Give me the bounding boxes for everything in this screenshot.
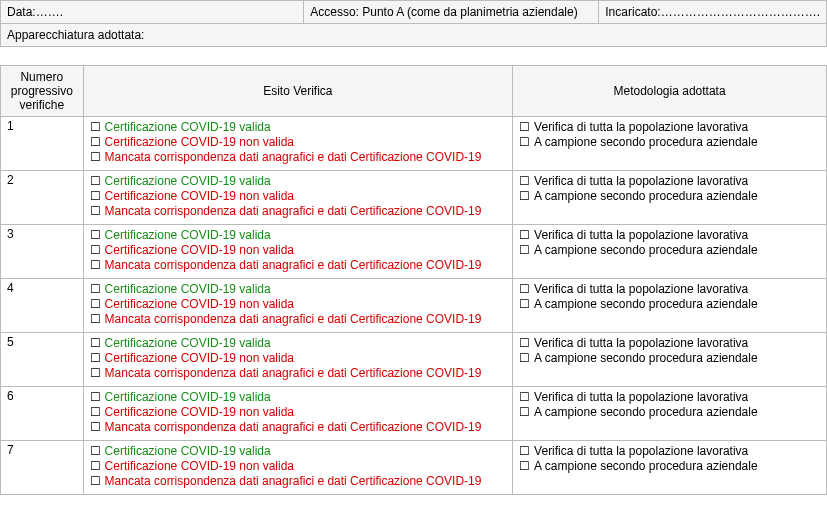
metodologia-option-label: Verifica di tutta la popolazione lavorat… [534,282,748,296]
header-apparecchiatura-cell: Apparecchiatura adottata: [1,24,827,47]
metodologia-option-label: A campione secondo procedura aziendale [534,135,758,149]
col-header-metodologia: Metodologia adottata [513,66,827,117]
esito-option-label: Certificazione COVID-19 non valida [105,189,294,203]
checkbox-icon[interactable]: ☐ [90,351,101,365]
esito-option: ☐Certificazione COVID-19 valida [90,444,507,458]
checkbox-icon[interactable]: ☐ [90,243,101,257]
checkbox-icon[interactable]: ☐ [90,405,101,419]
checkbox-icon[interactable]: ☐ [519,120,530,134]
table-row: 7☐Certificazione COVID-19 valida☐Certifi… [1,441,827,495]
checkbox-icon[interactable]: ☐ [90,366,101,380]
esito-option-label: Certificazione COVID-19 non valida [105,351,294,365]
esito-option-label: Certificazione COVID-19 valida [105,120,271,134]
checkbox-icon[interactable]: ☐ [519,444,530,458]
checkbox-icon[interactable]: ☐ [90,474,101,488]
esito-option: ☐Certificazione COVID-19 non valida [90,135,507,149]
esito-option-label: Certificazione COVID-19 non valida [105,135,294,149]
checkbox-icon[interactable]: ☐ [519,189,530,203]
metodologia-option-label: Verifica di tutta la popolazione lavorat… [534,174,748,188]
metodologia-option-label: A campione secondo procedura aziendale [534,243,758,257]
checkbox-icon[interactable]: ☐ [519,297,530,311]
metodologia-option: ☐Verifica di tutta la popolazione lavora… [519,282,820,296]
table-row: 3☐Certificazione COVID-19 valida☐Certifi… [1,225,827,279]
checkbox-icon[interactable]: ☐ [519,336,530,350]
metodologia-option-label: Verifica di tutta la popolazione lavorat… [534,444,748,458]
table-row: 2☐Certificazione COVID-19 valida☐Certifi… [1,171,827,225]
checkbox-icon[interactable]: ☐ [519,351,530,365]
esito-option-label: Mancata corrispondenza dati anagrafici e… [105,258,482,272]
checkbox-icon[interactable]: ☐ [519,135,530,149]
header-data-cell: Data:……. [1,1,304,24]
checkbox-icon[interactable]: ☐ [90,189,101,203]
metodologia-option: ☐Verifica di tutta la popolazione lavora… [519,390,820,404]
checkbox-icon[interactable]: ☐ [519,390,530,404]
metodologia-option: ☐A campione secondo procedura aziendale [519,459,820,473]
table-row: 1☐Certificazione COVID-19 valida☐Certifi… [1,117,827,171]
esito-cell: ☐Certificazione COVID-19 valida☐Certific… [83,279,513,333]
esito-option: ☐Certificazione COVID-19 valida [90,228,507,242]
esito-option: ☐Certificazione COVID-19 valida [90,336,507,350]
checkbox-icon[interactable]: ☐ [519,282,530,296]
spacer [0,47,827,65]
esito-cell: ☐Certificazione COVID-19 valida☐Certific… [83,441,513,495]
col-header-numero: Numero progressivo verifiche [1,66,84,117]
metodologia-option: ☐A campione secondo procedura aziendale [519,297,820,311]
esito-option: ☐Mancata corrispondenza dati anagrafici … [90,258,507,272]
col-header-esito: Esito Verifica [83,66,513,117]
metodologia-option-label: A campione secondo procedura aziendale [534,459,758,473]
checkbox-icon[interactable]: ☐ [90,444,101,458]
esito-option-label: Certificazione COVID-19 valida [105,390,271,404]
checkbox-icon[interactable]: ☐ [90,204,101,218]
esito-cell: ☐Certificazione COVID-19 valida☐Certific… [83,117,513,171]
metodologia-option-label: Verifica di tutta la popolazione lavorat… [534,390,748,404]
checkbox-icon[interactable]: ☐ [90,174,101,188]
row-number-cell: 3 [1,225,84,279]
metodologia-option: ☐A campione secondo procedura aziendale [519,135,820,149]
metodologia-cell: ☐Verifica di tutta la popolazione lavora… [513,441,827,495]
metodologia-option-label: A campione secondo procedura aziendale [534,297,758,311]
esito-option-label: Mancata corrispondenza dati anagrafici e… [105,204,482,218]
esito-option-label: Certificazione COVID-19 non valida [105,297,294,311]
metodologia-cell: ☐Verifica di tutta la popolazione lavora… [513,333,827,387]
esito-option-label: Certificazione COVID-19 valida [105,174,271,188]
checkbox-icon[interactable]: ☐ [90,150,101,164]
checkbox-icon[interactable]: ☐ [90,135,101,149]
esito-cell: ☐Certificazione COVID-19 valida☐Certific… [83,387,513,441]
checkbox-icon[interactable]: ☐ [519,228,530,242]
row-number-cell: 7 [1,441,84,495]
esito-cell: ☐Certificazione COVID-19 valida☐Certific… [83,333,513,387]
checkbox-icon[interactable]: ☐ [519,174,530,188]
checkbox-icon[interactable]: ☐ [90,258,101,272]
checkbox-icon[interactable]: ☐ [90,336,101,350]
esito-option-label: Certificazione COVID-19 non valida [105,459,294,473]
esito-option-label: Mancata corrispondenza dati anagrafici e… [105,366,482,380]
metodologia-cell: ☐Verifica di tutta la popolazione lavora… [513,171,827,225]
esito-option-label: Certificazione COVID-19 non valida [105,405,294,419]
checkbox-icon[interactable]: ☐ [90,282,101,296]
checkbox-icon[interactable]: ☐ [90,120,101,134]
checkbox-icon[interactable]: ☐ [519,405,530,419]
esito-option-label: Mancata corrispondenza dati anagrafici e… [105,420,482,434]
metodologia-option: ☐A campione secondo procedura aziendale [519,351,820,365]
row-number-cell: 6 [1,387,84,441]
checkbox-icon[interactable]: ☐ [90,297,101,311]
checkbox-icon[interactable]: ☐ [90,459,101,473]
checkbox-icon[interactable]: ☐ [519,243,530,257]
checkbox-icon[interactable]: ☐ [90,420,101,434]
esito-option-label: Certificazione COVID-19 valida [105,444,271,458]
esito-option: ☐Certificazione COVID-19 valida [90,390,507,404]
checkbox-icon[interactable]: ☐ [519,459,530,473]
esito-option-label: Mancata corrispondenza dati anagrafici e… [105,474,482,488]
metodologia-cell: ☐Verifica di tutta la popolazione lavora… [513,117,827,171]
checkbox-icon[interactable]: ☐ [90,390,101,404]
metodologia-cell: ☐Verifica di tutta la popolazione lavora… [513,225,827,279]
checkbox-icon[interactable]: ☐ [90,228,101,242]
esito-option-label: Certificazione COVID-19 valida [105,282,271,296]
metodologia-option: ☐Verifica di tutta la popolazione lavora… [519,444,820,458]
metodologia-option-label: Verifica di tutta la popolazione lavorat… [534,120,748,134]
esito-option: ☐Mancata corrispondenza dati anagrafici … [90,366,507,380]
metodologia-option: ☐A campione secondo procedura aziendale [519,405,820,419]
metodologia-option: ☐Verifica di tutta la popolazione lavora… [519,228,820,242]
checkbox-icon[interactable]: ☐ [90,312,101,326]
metodologia-option: ☐Verifica di tutta la popolazione lavora… [519,336,820,350]
